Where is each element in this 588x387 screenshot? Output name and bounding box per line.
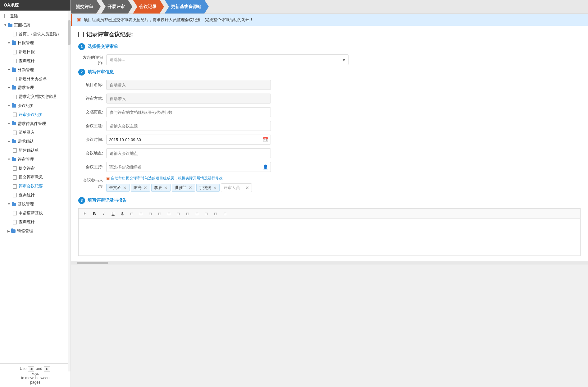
next-page-button[interactable]: ▶ bbox=[44, 366, 50, 371]
section2-header: 2 填写评审信息 bbox=[78, 69, 581, 76]
meeting-location-input[interactable] bbox=[106, 148, 271, 158]
sidebar-item-review-minutes[interactable]: 评审会议纪要 bbox=[0, 110, 71, 119]
chevron-down-icon: ▼ bbox=[4, 23, 7, 28]
rte-btn-8[interactable]: □ bbox=[193, 210, 201, 217]
folder-icon bbox=[11, 67, 16, 72]
sidebar-item-page-frame[interactable]: ▼ 页面框架 bbox=[0, 21, 71, 30]
meeting-time-input[interactable] bbox=[109, 137, 263, 142]
dropdown-arrow-icon: ▾ bbox=[343, 57, 345, 63]
nav-hint-keys: keys bbox=[31, 371, 39, 376]
page-icon bbox=[12, 166, 17, 171]
participant-name-3: 洪雅兰 bbox=[175, 185, 187, 191]
doc-pages-input[interactable] bbox=[106, 107, 271, 117]
rte-btn-5[interactable]: □ bbox=[165, 210, 173, 217]
sidebar-item-new-outing[interactable]: 新建外出办公单 bbox=[0, 75, 71, 84]
rte-btn-11[interactable]: □ bbox=[221, 210, 229, 217]
sidebar-item-req-mgmt[interactable]: ▼ 需求管理 bbox=[0, 83, 71, 92]
sidebar-item-req-def[interactable]: 需求定义/需求池管理 bbox=[0, 92, 71, 101]
sidebar-item-meeting-minutes[interactable]: ▼ 会议纪要 bbox=[0, 101, 71, 110]
rte-btn-3[interactable]: □ bbox=[146, 210, 154, 217]
rte-btn-10[interactable]: □ bbox=[212, 210, 220, 217]
rte-btn-7[interactable]: □ bbox=[184, 210, 192, 217]
rte-btn-6[interactable]: □ bbox=[174, 210, 182, 217]
calendar-icon[interactable]: 📅 bbox=[263, 137, 268, 142]
sidebar-item-login[interactable]: 登陆 bbox=[0, 12, 71, 21]
rte-italic-button[interactable]: I bbox=[100, 210, 108, 217]
page-icon bbox=[12, 175, 17, 180]
sidebar-item-attendance-mgmt[interactable]: ▼ 外勤管理 bbox=[0, 66, 71, 75]
rte-editor[interactable] bbox=[78, 219, 581, 256]
participant-name-4: 丁婉婉 bbox=[199, 185, 211, 191]
sidebar-scroll-thumb[interactable] bbox=[68, 20, 71, 45]
main-content: 提交评审 开展评审 会议记录 更新基线资源站 ▣ 项目组成员都已提交评审表决意见… bbox=[71, 0, 588, 387]
review-method-input[interactable] bbox=[106, 94, 271, 104]
horizontal-scrollbar[interactable] bbox=[71, 261, 588, 265]
chevron-down-icon: ▼ bbox=[7, 103, 11, 108]
participants-note-text: 自动带出提交评审时勾选的项目组成员，根据实际开展情况进行修改 bbox=[111, 176, 223, 181]
sidebar-item-home1[interactable]: 首页1（需求人员登陆） bbox=[0, 30, 71, 39]
page-icon bbox=[12, 32, 17, 37]
sidebar-item-new-confirm[interactable]: 新建确认单 bbox=[0, 146, 71, 155]
h-scroll-thumb[interactable] bbox=[77, 262, 108, 264]
step-conduct-review[interactable]: 开展评审 bbox=[101, 0, 132, 14]
folder-icon bbox=[8, 23, 13, 28]
sidebar-item-review-mgmt[interactable]: ▼ 评审管理 bbox=[0, 155, 71, 164]
sidebar-content: 登陆 ▼ 页面框架 首页1（需求人员登陆） ▼ 日报管理 新建日报 查询统计 bbox=[0, 11, 71, 363]
rte-btn-4[interactable]: □ bbox=[156, 210, 164, 217]
section3-header: 3 填写评审记录与报告 bbox=[78, 197, 581, 204]
page-icon bbox=[12, 184, 17, 189]
clear-participant-button[interactable]: ✕ bbox=[245, 185, 249, 190]
section1-num: 1 bbox=[78, 43, 85, 50]
chevron-down-icon: ▼ bbox=[7, 157, 11, 162]
remove-participant-3-button[interactable]: ✕ bbox=[189, 186, 192, 190]
sidebar-item-list-entry[interactable]: 清单录入 bbox=[0, 128, 71, 137]
sidebar-scrollbar[interactable] bbox=[68, 11, 71, 371]
sidebar-item-req-confirm[interactable]: ▼ 需求确认 bbox=[0, 137, 71, 146]
rte-toolbar: H B I U $ □ □ □ □ □ □ □ □ □ □ □ bbox=[78, 208, 581, 219]
warning-icon: ▣ bbox=[77, 17, 81, 23]
project-name-label: 项目名称: bbox=[78, 82, 106, 88]
rte-btn-9[interactable]: □ bbox=[202, 210, 210, 217]
chevron-right-icon: ▶ bbox=[7, 229, 10, 234]
sidebar: OA系统 登陆 ▼ 页面框架 首页1（需求人员登陆） ▼ 日报管理 新建日报 bbox=[0, 0, 71, 387]
section3-title: 填写评审记录与报告 bbox=[88, 198, 127, 203]
rte-dollar-button[interactable]: $ bbox=[118, 210, 126, 217]
project-name-input[interactable] bbox=[106, 80, 271, 90]
select-review-dropdown[interactable]: 请选择... ▾ bbox=[106, 54, 349, 65]
sidebar-item-req-fax-mgmt[interactable]: ▼ 需求传真件管理 bbox=[0, 119, 71, 128]
sidebar-item-query-stats[interactable]: 查询统计 bbox=[0, 57, 71, 66]
prev-page-button[interactable]: ◀ bbox=[28, 366, 34, 371]
remove-participant-0-button[interactable]: ✕ bbox=[123, 186, 127, 190]
step-submit-review[interactable]: 提交评审 bbox=[71, 0, 101, 14]
folder-icon bbox=[11, 139, 16, 144]
sidebar-item-query-stats2[interactable]: 查询统计 bbox=[0, 191, 71, 200]
sidebar-item-submit-review[interactable]: 提交评审 bbox=[0, 164, 71, 173]
add-participant-input[interactable]: 评审人员 ✕ bbox=[221, 183, 252, 192]
sidebar-item-review-meeting-notes[interactable]: 评审会议纪要 bbox=[0, 182, 71, 191]
remove-participant-1-button[interactable]: ✕ bbox=[144, 186, 147, 190]
rte-bold-button[interactable]: B bbox=[90, 210, 98, 217]
rte-btn-1[interactable]: □ bbox=[128, 210, 136, 217]
sidebar-item-daily-mgmt[interactable]: ▼ 日报管理 bbox=[0, 39, 71, 48]
meeting-host-input[interactable] bbox=[109, 165, 263, 169]
sidebar-item-new-daily[interactable]: 新建日报 bbox=[0, 48, 71, 57]
sidebar-item-leave-mgmt[interactable]: ▶ 请假管理 bbox=[0, 227, 71, 236]
page-icon bbox=[12, 148, 17, 153]
step-update-baseline[interactable]: 更新基线资源站 bbox=[165, 0, 209, 14]
remove-participant-2-button[interactable]: ✕ bbox=[164, 186, 168, 190]
sidebar-item-query-stats3[interactable]: 查询统计 bbox=[0, 218, 71, 227]
meeting-theme-input[interactable] bbox=[106, 121, 271, 131]
rte-btn-2[interactable]: □ bbox=[137, 210, 145, 217]
add-participant-placeholder: 评审人员 bbox=[224, 185, 240, 191]
sidebar-item-baseline-mgmt[interactable]: ▼ 基线管理 bbox=[0, 200, 71, 209]
step-meeting-record[interactable]: 会议记录 bbox=[133, 0, 164, 14]
sidebar-item-submit-opinion[interactable]: 提交评审意见 bbox=[0, 173, 71, 182]
person-icon[interactable]: 👤 bbox=[263, 164, 268, 169]
sidebar-item-apply-baseline[interactable]: 申请更新基线 bbox=[0, 209, 71, 218]
rte-underline-button[interactable]: U bbox=[109, 210, 117, 217]
folder-icon bbox=[11, 41, 16, 46]
remove-participant-4-button[interactable]: ✕ bbox=[213, 186, 217, 190]
participant-tag-0: 朱支玲 ✕ bbox=[106, 184, 130, 192]
rte-heading-button[interactable]: H bbox=[81, 210, 89, 217]
participant-name-0: 朱支玲 bbox=[109, 185, 121, 191]
